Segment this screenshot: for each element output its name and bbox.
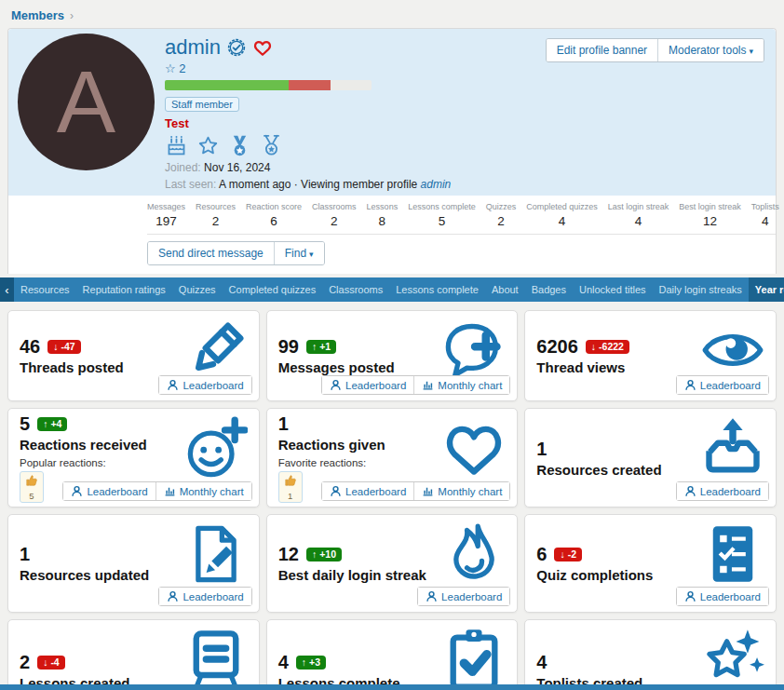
reaction-chip: 5	[20, 471, 44, 503]
trend-arrow-icon: ↓	[560, 548, 564, 560]
leaderboard-button[interactable]: Leaderboard	[677, 482, 768, 500]
joined-label: Joined:	[165, 161, 201, 174]
tab-classrooms[interactable]: Classrooms	[322, 277, 389, 302]
tab-quizzes[interactable]: Quizzes	[172, 277, 223, 302]
leaderboard-button[interactable]: Leaderboard	[63, 482, 155, 500]
breadcrumb: Members›	[0, 0, 784, 28]
stat-classrooms[interactable]: Classrooms 2	[312, 202, 357, 228]
card-buttons: Leaderboard	[676, 587, 769, 606]
stat-completed-quizzes[interactable]: Completed quizzes 4	[526, 202, 598, 228]
send-direct-message-button[interactable]: Send direct message	[148, 242, 274, 264]
flame-icon	[442, 522, 506, 586]
last-seen-line: Last seen: A moment ago · Viewing member…	[165, 178, 451, 191]
birthday-icon	[165, 134, 188, 157]
tab-completed-quizzes[interactable]: Completed quizzes	[223, 277, 323, 302]
card-value: 6206	[536, 336, 578, 358]
heart-outline-icon	[442, 416, 506, 480]
tabs-container: Resources Reputation ratings Quizzes Com…	[14, 277, 784, 302]
monthly-chart-button[interactable]: Monthly chart	[155, 482, 251, 500]
stat-label: Reaction score	[246, 202, 302, 211]
trend-arrow-icon: ↓	[53, 341, 58, 352]
tab-reputation-ratings[interactable]: Reputation ratings	[76, 277, 172, 302]
person-icon	[684, 485, 696, 497]
profile-actions-row: Send direct message Find▾	[8, 235, 776, 274]
person-icon	[167, 590, 179, 602]
card-quiz-completions: 6 ↓-2 Quiz completions Leaderboard	[524, 514, 777, 613]
change-badge: ↓-6222	[586, 340, 629, 354]
caret-down-icon: ▾	[749, 47, 753, 56]
tab-daily-login-streaks[interactable]: Daily login streaks	[653, 277, 749, 302]
tab-lessons-complete[interactable]: Lessons complete	[389, 277, 485, 302]
stat-label: Resources	[196, 202, 236, 211]
star-sparkles-icon	[701, 628, 764, 690]
card-buttons: Leaderboard	[158, 587, 251, 606]
stat-quizzes[interactable]: Quizzes 2	[486, 202, 517, 228]
leaderboard-button[interactable]: Leaderboard	[677, 588, 768, 605]
leaderboard-button[interactable]: Leaderboard	[159, 588, 250, 605]
leaderboard-button[interactable]: Leaderboard	[159, 376, 250, 394]
chevron-right-icon: ›	[70, 9, 74, 22]
leaderboard-button[interactable]: Leaderboard	[322, 376, 413, 394]
avatar[interactable]: A	[18, 34, 155, 170]
footer-bar	[0, 684, 784, 690]
tab-about[interactable]: About	[485, 277, 525, 302]
stat-value: 2	[312, 214, 357, 228]
card-value: 2	[20, 652, 30, 673]
stat-reaction-score[interactable]: Reaction score 6	[246, 202, 302, 228]
stat-value: 4	[526, 214, 598, 228]
star-rating: ☆ 2	[165, 61, 451, 75]
tab-year-recap[interactable]: Year recap	[749, 277, 784, 302]
stat-label: Classrooms	[312, 202, 357, 211]
change-badge: ↑+1	[306, 340, 336, 354]
stat-toplists[interactable]: Toplists 4	[751, 202, 779, 228]
viewing-profile-link[interactable]: admin	[421, 178, 452, 191]
staff-member-badge: Staff member	[165, 97, 239, 112]
card-resources-updated: 1 Resources updated Leaderboard	[7, 514, 260, 613]
tab-resources[interactable]: Resources	[14, 277, 76, 302]
stat-last-login-streak[interactable]: Last login streak 4	[608, 202, 669, 228]
stat-value: 2	[486, 214, 517, 228]
leaderboard-button[interactable]: Leaderboard	[677, 376, 768, 394]
stat-label: Lessons complete	[408, 202, 476, 211]
username-badges	[227, 37, 273, 58]
leaderboard-button[interactable]: Leaderboard	[418, 588, 509, 605]
card-value: 6	[536, 544, 547, 565]
tab-unlocked-titles[interactable]: Unlocked titles	[573, 277, 653, 302]
stat-messages[interactable]: Messages 197	[147, 202, 185, 228]
leaderboard-button[interactable]: Leaderboard	[322, 482, 413, 500]
monthly-chart-button[interactable]: Monthly chart	[413, 482, 509, 500]
stat-value: 2	[196, 214, 236, 228]
moderator-tools-button[interactable]: Moderator tools▾	[657, 39, 764, 61]
card-value: 12	[278, 544, 299, 565]
stat-label: Lessons	[367, 202, 399, 211]
tab-badges[interactable]: Badges	[525, 277, 573, 302]
thumbs-up-icon	[25, 474, 38, 490]
monthly-chart-button[interactable]: Monthly chart	[413, 376, 509, 394]
star-count: 2	[179, 61, 185, 75]
edit-profile-banner-button[interactable]: Edit profile banner	[547, 39, 657, 61]
stat-value: 5	[408, 214, 476, 228]
joined-value: Nov 16, 2024	[204, 161, 270, 174]
person-icon	[684, 590, 696, 602]
quiz-checklist-icon	[701, 522, 764, 586]
stat-value: 8	[367, 214, 399, 228]
custom-user-title: Test	[165, 116, 451, 130]
stat-value: 4	[608, 214, 669, 228]
card-value: 5	[20, 413, 30, 435]
card-buttons: Leaderboard	[676, 481, 769, 501]
stat-value: 6	[246, 214, 302, 228]
tabs-scroll-left-button[interactable]: ‹	[0, 277, 14, 302]
stat-lessons-complete[interactable]: Lessons complete 5	[408, 202, 476, 228]
find-button[interactable]: Find▾	[274, 242, 324, 264]
stat-best-login-streak[interactable]: Best login streak 12	[679, 202, 741, 228]
trend-arrow-icon: ↑	[312, 341, 317, 352]
stat-resources[interactable]: Resources 2	[196, 202, 236, 228]
card-buttons: Leaderboard	[676, 375, 769, 395]
card-buttons: Leaderboard	[417, 587, 510, 606]
change-badge: ↑+10	[306, 548, 342, 561]
card-value: 4	[536, 652, 547, 673]
breadcrumb-members-link[interactable]: Members	[11, 8, 64, 22]
caret-down-icon: ▾	[309, 250, 314, 259]
change-badge: ↓-47	[47, 340, 80, 354]
stat-lessons[interactable]: Lessons 8	[367, 202, 399, 228]
